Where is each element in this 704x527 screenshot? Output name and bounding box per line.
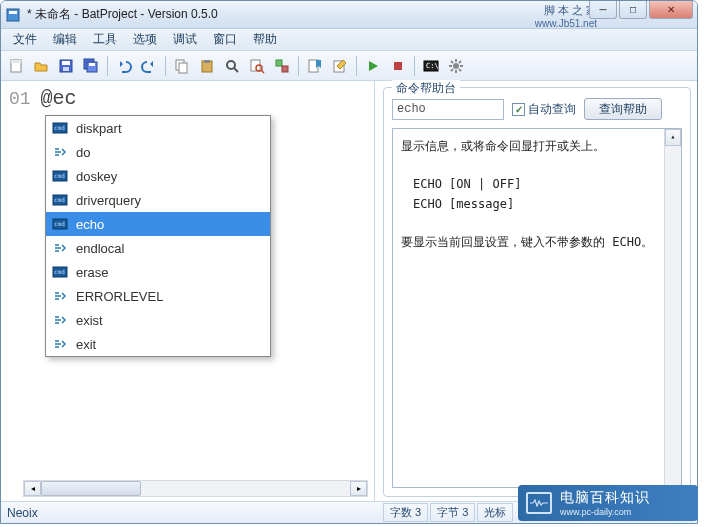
svg-rect-9 (89, 63, 95, 66)
svg-rect-1 (9, 11, 17, 14)
autocomplete-item-echo[interactable]: cmdecho (46, 212, 270, 236)
help-pane: 命令帮助台 ✓ 自动查询 查询帮助 显示信息，或将命令回显打开或关上。 ECHO… (375, 81, 697, 501)
horizontal-scrollbar[interactable]: ◂ ▸ (23, 480, 368, 497)
window-controls: ─ □ ✕ (589, 1, 693, 19)
svg-rect-6 (63, 67, 69, 71)
autocomplete-label: diskpart (76, 121, 122, 136)
monitor-icon (526, 492, 552, 514)
help-output-line: 要显示当前回显设置，键入不带参数的 ECHO。 (401, 233, 673, 252)
autocomplete-item-ERRORLEVEL[interactable]: ERRORLEVEL (46, 284, 270, 308)
query-help-button[interactable]: 查询帮助 (584, 98, 662, 120)
help-command-input[interactable] (392, 99, 504, 120)
maximize-button[interactable]: □ (619, 1, 647, 19)
open-icon[interactable] (30, 55, 52, 77)
replace-icon[interactable] (271, 55, 293, 77)
help-output[interactable]: 显示信息，或将命令回显打开或关上。 ECHO [ON | OFF]ECHO [m… (392, 128, 682, 488)
autocomplete-label: ERRORLEVEL (76, 289, 163, 304)
autocomplete-popup[interactable]: cmddiskpartdocmddoskeycmddriverquerycmde… (45, 115, 271, 357)
flow-icon (52, 288, 68, 304)
svg-point-14 (227, 61, 235, 69)
menu-1[interactable]: 编辑 (45, 29, 85, 50)
menu-3[interactable]: 选项 (125, 29, 165, 50)
save-icon[interactable] (55, 55, 77, 77)
help-output-line (401, 156, 673, 175)
gear-icon[interactable] (445, 55, 467, 77)
copy-icon[interactable] (171, 55, 193, 77)
svg-rect-20 (282, 66, 288, 72)
help-group-title: 命令帮助台 (392, 80, 460, 97)
autocomplete-label: echo (76, 217, 104, 232)
run-icon[interactable] (362, 55, 384, 77)
app-icon (5, 7, 21, 23)
watermark-text: 电脑百科知识 (560, 489, 650, 507)
auto-query-label: 自动查询 (528, 101, 576, 118)
menu-0[interactable]: 文件 (5, 29, 45, 50)
autocomplete-label: driverquery (76, 193, 141, 208)
cmd-window-icon: cmd (52, 264, 68, 280)
autocomplete-label: doskey (76, 169, 117, 184)
scroll-up-button[interactable]: ▴ (665, 129, 681, 146)
vertical-scrollbar[interactable]: ▴ (664, 129, 681, 487)
toolbar-separator (414, 56, 415, 76)
cmd-window-icon: cmd (52, 216, 68, 232)
svg-line-31 (451, 61, 453, 63)
autocomplete-item-do[interactable]: do (46, 140, 270, 164)
help-output-line: ECHO [ON | OFF] (401, 175, 673, 194)
edit-icon[interactable] (329, 55, 351, 77)
autocomplete-item-exit[interactable]: exit (46, 332, 270, 356)
svg-rect-3 (11, 60, 21, 63)
autocomplete-item-endlocal[interactable]: endlocal (46, 236, 270, 260)
status-cell: 字节 3 (430, 503, 475, 522)
svg-line-15 (234, 68, 238, 72)
svg-rect-23 (394, 62, 402, 70)
autocomplete-label: endlocal (76, 241, 124, 256)
autocomplete-item-exist[interactable]: exist (46, 308, 270, 332)
scroll-right-button[interactable]: ▸ (350, 481, 367, 496)
menu-2[interactable]: 工具 (85, 29, 125, 50)
toolbar-separator (298, 56, 299, 76)
editor-pane[interactable]: 01 @ec cmddiskpartdocmddoskeycmddriverqu… (1, 81, 375, 501)
autocomplete-label: exit (76, 337, 96, 352)
flow-icon (52, 240, 68, 256)
help-output-line: ECHO [message] (401, 195, 673, 214)
autocomplete-item-doskey[interactable]: cmddoskey (46, 164, 270, 188)
minimize-button[interactable]: ─ (589, 1, 617, 19)
toolbar-separator (165, 56, 166, 76)
autocomplete-item-driverquery[interactable]: cmddriverquery (46, 188, 270, 212)
menu-4[interactable]: 调试 (165, 29, 205, 50)
editor-line[interactable]: 01 @ec (1, 81, 374, 116)
paste-icon[interactable] (196, 55, 218, 77)
menu-5[interactable]: 窗口 (205, 29, 245, 50)
svg-rect-19 (276, 60, 282, 66)
find-in-files-icon[interactable] (246, 55, 268, 77)
help-output-line: 显示信息，或将命令回显打开或关上。 (401, 137, 673, 156)
svg-text:cmd: cmd (54, 172, 65, 179)
status-cells: 字数 3字节 3光标 (381, 503, 513, 522)
new-file-icon[interactable] (5, 55, 27, 77)
toolbar-separator (107, 56, 108, 76)
svg-text:cmd: cmd (54, 124, 65, 131)
svg-rect-5 (62, 61, 70, 65)
editor-text[interactable]: @ec (41, 87, 77, 110)
scroll-left-button[interactable]: ◂ (24, 481, 41, 496)
menubar: 文件编辑工具选项调试窗口帮助 (1, 29, 697, 51)
cmd-icon[interactable]: C:\ (420, 55, 442, 77)
close-button[interactable]: ✕ (649, 1, 693, 19)
stop-icon[interactable] (387, 55, 409, 77)
autocomplete-item-erase[interactable]: cmderase (46, 260, 270, 284)
autocomplete-label: do (76, 145, 90, 160)
scroll-thumb[interactable] (41, 481, 141, 496)
save-all-icon[interactable] (80, 55, 102, 77)
auto-query-checkbox[interactable]: ✓ 自动查询 (512, 101, 576, 118)
svg-rect-0 (7, 9, 19, 21)
line-number: 01 (9, 89, 31, 109)
cmd-window-icon: cmd (52, 192, 68, 208)
undo-icon[interactable] (113, 55, 135, 77)
find-icon[interactable] (221, 55, 243, 77)
redo-icon[interactable] (138, 55, 160, 77)
bookmark-icon[interactable] (304, 55, 326, 77)
autocomplete-item-diskpart[interactable]: cmddiskpart (46, 116, 270, 140)
checkbox-icon[interactable]: ✓ (512, 103, 525, 116)
cmd-window-icon: cmd (52, 168, 68, 184)
menu-6[interactable]: 帮助 (245, 29, 285, 50)
